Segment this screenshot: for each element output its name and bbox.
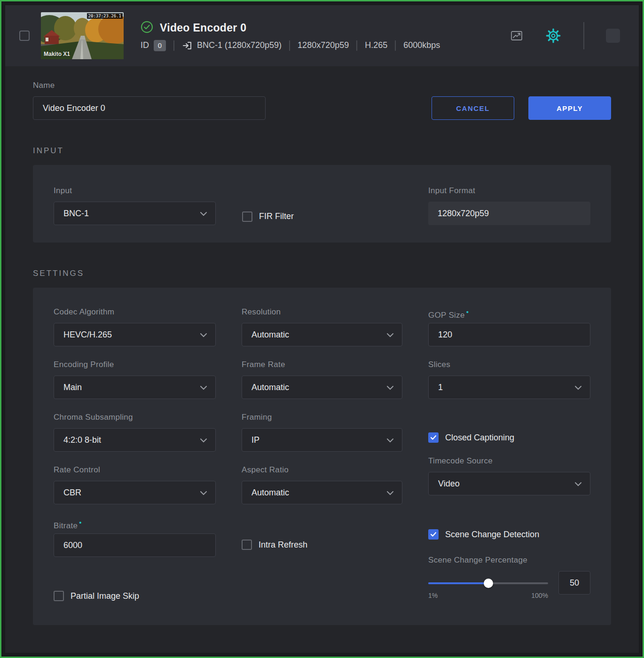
settings-column-3: GOP Size Slices 1 Closed Captioning [428, 306, 590, 614]
framing-group: Framing IP [242, 412, 402, 452]
aspect-ratio-group: Aspect Ratio Automatic [242, 464, 402, 504]
scene-change-percentage-slider[interactable] [428, 582, 548, 584]
id-badge: 0 [154, 40, 166, 51]
meta-resolution: 1280x720p59 [298, 40, 349, 50]
input-select[interactable]: BNC-1 [54, 202, 216, 225]
scene-change-percentage-group: Scene Change Percentage 1% 100% [428, 552, 590, 599]
timecode-overlay: 20:37:23.26.1 [87, 13, 123, 19]
input-field-group: Input BNC-1 [54, 185, 216, 225]
fir-filter-checkbox[interactable]: FIR Filter [242, 185, 294, 225]
encoding-profile-select[interactable]: Main [54, 376, 216, 399]
slider-min-label: 1% [428, 592, 438, 599]
settings-panel: Codec Algorithm HEVC/H.265 Encoding Prof… [33, 288, 611, 625]
name-input[interactable] [33, 96, 266, 120]
settings-section-heading: SETTINGS [33, 269, 611, 278]
meta-input-value: BNC-1 (1280x720p59) [197, 40, 282, 50]
input-section-heading: INPUT [33, 146, 611, 156]
chevron-down-icon [575, 479, 581, 489]
gop-size-input[interactable] [428, 323, 590, 346]
input-label: Input [54, 185, 216, 196]
meta-bitrate: 6000kbps [403, 40, 440, 50]
name-label: Name [33, 80, 266, 91]
resolution-select[interactable]: Automatic [242, 323, 402, 346]
encoder-meta-row: ID 0 BNC-1 (1280x720p59) 1280x720p59 H.2… [141, 40, 440, 51]
divider [289, 40, 290, 51]
settings-column-1: Codec Algorithm HEVC/H.265 Encoding Prof… [54, 306, 216, 614]
gop-size-group: GOP Size [428, 306, 590, 346]
settings-column-2: Resolution Automatic Frame Rate Automati… [242, 306, 402, 614]
status-ok-icon [141, 21, 153, 35]
gear-icon[interactable] [545, 27, 562, 44]
input-format-group: Input Format 1280x720p59 [428, 185, 590, 225]
slider-fill [428, 582, 488, 584]
rate-control-group: Rate Control CBR [54, 464, 216, 504]
select-encoder-checkbox[interactable] [19, 31, 30, 41]
checkbox-checked-icon [428, 529, 439, 540]
chevron-down-icon [200, 209, 207, 219]
cancel-button[interactable]: CANCEL [432, 96, 514, 120]
chevron-down-icon [200, 488, 207, 498]
partial-image-skip-checkbox[interactable]: Partial Image Skip [54, 570, 216, 601]
apply-button[interactable]: APPLY [528, 96, 611, 120]
chevron-down-icon [200, 383, 207, 392]
chevron-down-icon [200, 330, 207, 340]
checkbox-checked-icon [428, 432, 439, 443]
secondary-thumbnail-placeholder[interactable] [606, 29, 620, 43]
closed-captioning-checkbox[interactable]: Closed Captioning [428, 412, 590, 443]
rate-control-select[interactable]: CBR [54, 481, 216, 504]
chevron-down-icon [200, 435, 207, 445]
frame-rate-group: Frame Rate Automatic [242, 359, 402, 399]
chroma-subsampling-group: Chroma Subsampling 4:2:0 8-bit [54, 412, 216, 452]
timecode-source-group: Timecode Source Video [428, 455, 590, 495]
slider-thumb[interactable] [484, 579, 493, 588]
codec-algorithm-group: Codec Algorithm HEVC/H.265 [54, 306, 216, 346]
scene-change-detection-checkbox[interactable]: Scene Change Detection [428, 508, 590, 540]
divider [356, 40, 357, 51]
bitrate-group: Bitrate [54, 517, 216, 557]
codec-algorithm-select[interactable]: HEVC/H.265 [54, 323, 216, 346]
resolution-group: Resolution Automatic [242, 306, 402, 346]
chevron-down-icon [575, 383, 581, 392]
slider-tick-labels: 1% 100% [428, 592, 548, 599]
header-actions [508, 22, 620, 49]
video-preview-thumbnail[interactable]: 20:37:23.26.1 Makito X1 [41, 12, 124, 59]
checkbox-icon [54, 591, 64, 601]
timecode-source-select[interactable]: Video [428, 472, 590, 495]
input-format-value: 1280x720p59 [428, 202, 590, 225]
header-divider [583, 22, 584, 49]
intra-refresh-checkbox[interactable]: Intra Refresh [242, 517, 402, 550]
slices-select[interactable]: 1 [428, 376, 590, 399]
slider-max-label: 100% [531, 592, 548, 599]
page-frame: 20:37:23.26.1 Makito X1 Video Encoder 0 … [0, 0, 644, 658]
divider [173, 40, 174, 51]
input-panel: Input BNC-1 FIR Filter Input Format 1280… [33, 165, 611, 243]
page-title: Video Encoder 0 [160, 22, 246, 34]
chevron-down-icon [387, 488, 393, 498]
checkbox-icon [242, 540, 252, 550]
id-label: ID [141, 40, 149, 50]
encoding-profile-group: Encoding Profile Main [54, 359, 216, 399]
statistics-icon[interactable] [508, 27, 525, 44]
name-field-group: Name [33, 80, 266, 120]
frame-rate-select[interactable]: Automatic [242, 376, 402, 399]
meta-codec: H.265 [365, 40, 387, 50]
encoder-config-window: 20:37:23.26.1 Makito X1 Video Encoder 0 … [5, 5, 639, 653]
divider [395, 40, 396, 51]
thumbnail-watermark: Makito X1 [44, 51, 70, 57]
encoder-form: Name CANCEL APPLY INPUT Input BNC-1 [5, 66, 639, 653]
chevron-down-icon [387, 330, 393, 340]
scene-change-percentage-input[interactable] [558, 571, 590, 595]
slices-group: Slices 1 [428, 359, 590, 399]
chevron-down-icon [387, 435, 393, 445]
bitrate-input[interactable] [54, 533, 216, 557]
chroma-subsampling-select[interactable]: 4:2:0 8-bit [54, 428, 216, 452]
framing-select[interactable]: IP [242, 428, 402, 452]
checkbox-icon [242, 212, 252, 222]
encoder-title-block: Video Encoder 0 ID 0 BNC-1 (1280x720p59)… [141, 21, 440, 51]
chevron-down-icon [387, 383, 393, 392]
encoder-header: 20:37:23.26.1 Makito X1 Video Encoder 0 … [5, 5, 639, 66]
input-format-label: Input Format [428, 185, 590, 196]
aspect-ratio-select[interactable]: Automatic [242, 481, 402, 504]
input-source-icon [182, 40, 192, 51]
